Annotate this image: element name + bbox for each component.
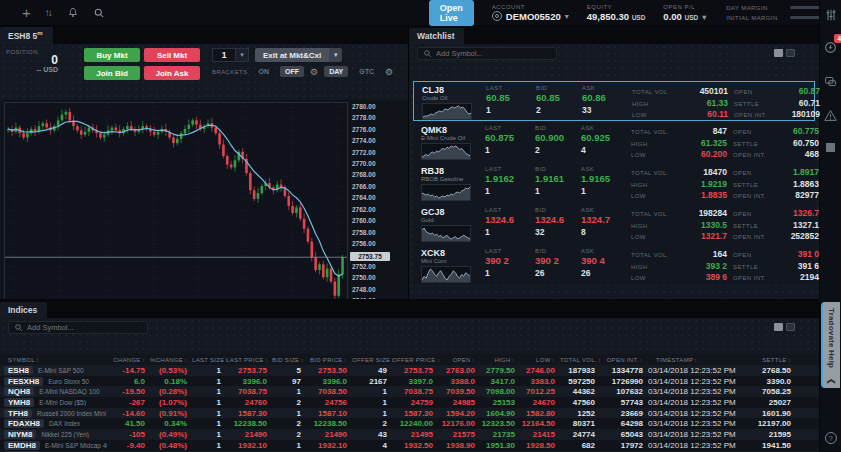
stat-value: 1330.5 xyxy=(701,220,727,230)
buy-mkt-button[interactable]: Buy Mkt xyxy=(84,48,140,62)
watchlist-symbol-name: Crude Oil xyxy=(422,95,482,101)
tab-indices[interactable]: Indices xyxy=(0,302,47,318)
gtc-toggle[interactable]: GTC xyxy=(354,66,379,77)
last-size-cell: 1 xyxy=(192,366,226,375)
bid-size-cell: 1 xyxy=(272,409,306,418)
stat-value: 1.8863 xyxy=(793,179,819,189)
chart-plot-area[interactable] xyxy=(4,102,348,307)
stat-value: 450101 xyxy=(700,86,728,96)
account-block[interactable]: ACCOUNT DEMO05520 ▾ xyxy=(492,4,569,22)
stat-value: 389 6 xyxy=(706,272,727,282)
watchlist-symbol-cell: XCK8Mini Corn xyxy=(421,248,485,283)
view-mode-list-toggle[interactable] xyxy=(786,49,795,57)
help-question-icon[interactable]: ? xyxy=(825,432,837,444)
column-header-change[interactable]: CHANGE↕ xyxy=(112,357,150,363)
column-header-timestamp[interactable]: TIMESTAMP↕ xyxy=(648,357,740,363)
price-axis[interactable]: 2780.002778.002776.002774.002772.002770.… xyxy=(350,102,406,307)
notifications-icon[interactable]: 4 xyxy=(824,39,837,55)
total-vol-cell: 47560 xyxy=(560,398,600,407)
column-header-last-price[interactable]: LAST PRICE↕ xyxy=(226,357,272,363)
candlestick-chart[interactable]: 2780.002778.002776.002774.002772.002770.… xyxy=(0,100,408,299)
stat-label: OPEN xyxy=(733,170,752,176)
column-header-bid-price[interactable]: BID PRICE↕ xyxy=(306,357,352,363)
stat-label: SETTLE xyxy=(733,223,758,229)
total-vol-cell: 44362 xyxy=(560,387,600,396)
watchlist-ask-cell: ASK1.91651 xyxy=(581,166,631,201)
day-toggle[interactable]: DAY xyxy=(324,66,348,77)
quantity-stepper[interactable]: 1 ▾ xyxy=(212,48,249,62)
column-header-total-vol-[interactable]: TOTAL VOL.↕ xyxy=(560,357,600,363)
watchlist-bid-size: 32 xyxy=(535,227,581,237)
indices-row-emdh8[interactable]: EMDH8E-Mini S&P Midcap 400-9.40(0.48%)11… xyxy=(0,440,819,451)
column-header-bid-size[interactable]: BID SIZE↕ xyxy=(272,357,306,363)
watchlist-symbol-name: Mini Corn xyxy=(421,258,481,264)
indices-row-ymh8[interactable]: YMH8E-Mini Dow ($5)-267(1.07%)1247602247… xyxy=(0,397,819,408)
view-mode-grid-toggle[interactable] xyxy=(774,323,783,331)
price-tick: 2776.00 xyxy=(352,126,376,133)
chevron-down-icon[interactable]: ▾ xyxy=(565,12,569,21)
exit-at-mkt-button[interactable]: Exit at Mkt&Cxl ▾ xyxy=(255,48,342,62)
indices-search-input[interactable] xyxy=(27,323,137,332)
gear-icon[interactable]: ⚙ xyxy=(385,67,393,77)
bid-price-cell: 3396.0 xyxy=(306,377,352,386)
column-header-high[interactable]: HIGH↕ xyxy=(480,357,520,363)
sort-arrows-icon[interactable]: ↑↓ xyxy=(45,4,51,22)
indices-row-fdaxh8[interactable]: FDAXH8DAX Index41.500.34%112238.50212238… xyxy=(0,418,819,429)
column-header-open[interactable]: OPEN↕ xyxy=(438,357,480,363)
column-header-low[interactable]: LOW↕ xyxy=(520,357,560,363)
watchlist-search-input[interactable] xyxy=(436,49,546,58)
indices-row-fesxh8[interactable]: FESXH8Euro Stoxx 506.00.18%13396.0973396… xyxy=(0,376,819,387)
watchlist-row-xck8[interactable]: XCK8Mini CornLAST390 21BID390 226ASK390 … xyxy=(413,245,815,285)
column-header-last-size[interactable]: LAST SIZE↕ xyxy=(192,357,226,363)
watchlist-search[interactable] xyxy=(417,47,557,60)
search-icon[interactable] xyxy=(93,4,105,22)
stat-value: 198284 xyxy=(699,208,727,218)
watchlist-last-label: LAST xyxy=(485,166,535,172)
watchlist-row-qmk8[interactable]: QMK8E-Mini Crude OilLAST60.8751BID60.900… xyxy=(413,122,815,162)
order-controls: POSITION 0 -- USD Buy Mkt Sell Mkt Join … xyxy=(0,44,408,82)
column-header-settle[interactable]: SETTLE↕ xyxy=(740,357,796,363)
view-mode-list-toggle[interactable] xyxy=(786,323,795,331)
chevron-down-icon[interactable]: ▾ xyxy=(236,48,249,62)
price-tick: 2778.00 xyxy=(352,114,376,121)
notification-badge: 4 xyxy=(834,34,841,43)
watchlist-row-clj8[interactable]: CLJ8Crude OilLAST60.851BID60.852ASK60.86… xyxy=(413,81,815,121)
sell-mkt-button[interactable]: Sell Mkt xyxy=(144,48,200,62)
column-header-offer-price[interactable]: OFFER PRICE↕ xyxy=(392,357,438,363)
help-tab[interactable]: Tradovate Help ❮ xyxy=(821,302,840,388)
chevron-down-icon[interactable]: ▾ xyxy=(702,13,706,22)
join-ask-button[interactable]: Join Ask xyxy=(144,66,200,80)
brackets-on-toggle[interactable]: ON xyxy=(254,66,275,77)
view-mode-grid-toggle[interactable] xyxy=(774,49,783,57)
price-tick: 2758.00 xyxy=(352,229,376,236)
watchlist-row-gcj8[interactable]: GCJ8GoldLAST1324.61BID1324.632ASK1324.78… xyxy=(413,204,815,244)
brackets-off-toggle[interactable]: OFF xyxy=(280,66,304,77)
settings-sliders-icon[interactable] xyxy=(825,7,837,23)
column-header-symbol[interactable]: SYMBOL↕ xyxy=(0,357,112,363)
tab-watchlist[interactable]: Watchlist xyxy=(409,28,464,44)
column-header--change[interactable]: %CHANGE↕ xyxy=(150,357,192,363)
watchlist-ask-cell: ASK1324.78 xyxy=(581,207,631,242)
join-bid-button[interactable]: Join Bid xyxy=(84,66,140,80)
low-cell: 1928.50 xyxy=(520,441,560,450)
gear-icon[interactable]: ⚙ xyxy=(310,67,318,77)
column-header-open-int-[interactable]: OPEN INT.↕ xyxy=(600,357,648,363)
open-int-cell: 17972 xyxy=(600,441,648,450)
settle-cell: 7058.25 xyxy=(740,387,796,396)
indices-row-esh8[interactable]: ESH8E-Mini S&P 500-14.75(0.53%)12753.755… xyxy=(0,365,819,376)
watchlist-row-rbj8[interactable]: RBJ8RBOB GasolineLAST1.91621BID1.91611AS… xyxy=(413,163,815,203)
equity-unit: USD xyxy=(632,14,646,21)
chevron-down-icon[interactable]: ▾ xyxy=(329,48,342,62)
open-live-button[interactable]: Open Live xyxy=(429,0,474,26)
indices-search[interactable] xyxy=(8,321,148,334)
indices-row-nqh8[interactable]: NQH8E-Mini NASDAQ 100-19.50(0.28%)17038.… xyxy=(0,386,819,397)
indices-tab-row: Indices xyxy=(0,300,819,318)
column-header-offer-size[interactable]: OFFER SIZE↕ xyxy=(352,357,392,363)
watchlist-module: Watchlist CLJ8Crude OilLAST60.851BID60.8… xyxy=(408,26,819,299)
square-icon[interactable] xyxy=(826,139,835,155)
tab-esh8-chart[interactable]: ESH8 5m xyxy=(0,27,53,44)
indices-row-tfh8[interactable]: TFH8Russell 2000 Index Mini-14.60(0.91%)… xyxy=(0,408,819,419)
add-module-icon[interactable]: + xyxy=(22,4,31,22)
bell-icon[interactable] xyxy=(67,4,79,22)
indices-row-niym8[interactable]: NIYM8Nikkei 225 (Yen)-105(0.49%)12149022… xyxy=(0,429,819,440)
